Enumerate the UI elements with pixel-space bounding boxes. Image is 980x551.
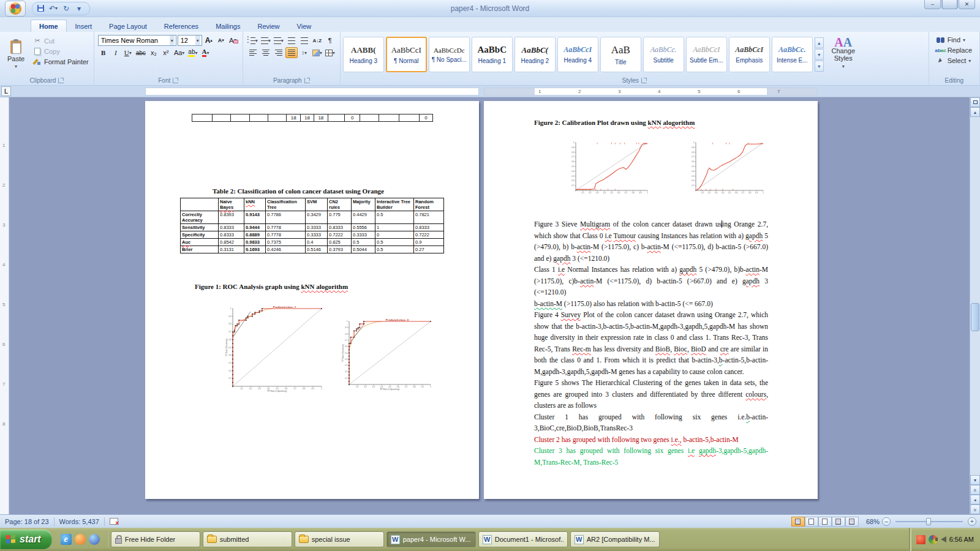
- strip-cell[interactable]: [231, 114, 249, 122]
- proofing-status-button[interactable]: [105, 518, 123, 525]
- taskbar-button-submitted[interactable]: submitted: [203, 531, 292, 547]
- media-player-icon[interactable]: [75, 534, 86, 545]
- next-page-button[interactable]: »: [970, 504, 980, 514]
- strip-cell[interactable]: 18: [314, 114, 328, 122]
- styles-scroll-up-button[interactable]: ▲: [815, 37, 824, 48]
- align-center-button[interactable]: [260, 47, 272, 58]
- body-text[interactable]: Figure 3 Sieve Multigram of the colon ca…: [534, 219, 768, 468]
- style-heading-4[interactable]: AaBbCcIHeading 4: [557, 37, 598, 72]
- table2-caption[interactable]: Table 2: Classification of colon cancer …: [213, 187, 384, 195]
- style-subtitle[interactable]: AaBbCc.Subtitle: [643, 37, 684, 72]
- strip-cell[interactable]: [328, 114, 345, 122]
- web-layout-view-button[interactable]: [818, 517, 832, 527]
- line-spacing-button[interactable]: ↕▾: [298, 47, 311, 58]
- strip-cell[interactable]: [379, 114, 399, 122]
- strip-cell[interactable]: 18: [287, 114, 300, 122]
- draft-view-button[interactable]: [845, 517, 859, 527]
- outline-view-button[interactable]: [832, 517, 845, 527]
- show-paragraph-marks-button[interactable]: ¶: [324, 35, 336, 46]
- save-button[interactable]: [35, 4, 46, 13]
- select-browse-object-button[interactable]: ●: [970, 495, 980, 504]
- style-normal[interactable]: AaBbCcI¶ Normal: [386, 37, 427, 72]
- tab-stop-selector[interactable]: L: [1, 86, 11, 96]
- sort-button[interactable]: A↓Z: [311, 35, 323, 46]
- style-title[interactable]: AaBTitle: [600, 37, 641, 72]
- tab-references[interactable]: References: [156, 20, 207, 32]
- style-subtle-em[interactable]: AaBbCcISubtle Em...: [686, 37, 727, 72]
- change-styles-button[interactable]: AA Change Styles ▾: [826, 39, 861, 70]
- tab-insert[interactable]: Insert: [67, 20, 101, 32]
- shrink-font-button[interactable]: A▾: [216, 35, 227, 46]
- paste-button[interactable]: Paste ▾: [2, 34, 29, 75]
- style-heading-2[interactable]: AaBbC(Heading 2: [514, 37, 556, 72]
- volume-icon[interactable]: [941, 536, 946, 542]
- font-dialog-launcher[interactable]: [173, 78, 178, 83]
- internet-explorer-icon[interactable]: e: [61, 534, 72, 545]
- document-page-right[interactable]: Figure 2: Calibration Plot drawn using k…: [484, 101, 818, 499]
- scroll-up-button[interactable]: ▲: [970, 107, 980, 117]
- strip-cell[interactable]: 0: [420, 114, 433, 122]
- zoom-slider-track[interactable]: [895, 521, 963, 522]
- find-button[interactable]: Find▾: [934, 35, 974, 45]
- change-case-button[interactable]: Aa▾: [173, 47, 186, 58]
- zoom-level[interactable]: 68%: [866, 518, 880, 525]
- font-name-dropdown-icon[interactable]: ▾: [170, 36, 175, 45]
- scrollbar-thumb[interactable]: [971, 303, 979, 331]
- taskbar-button-ar2-compatibility-m[interactable]: WAR2 [Compatibility M...: [570, 531, 660, 547]
- print-layout-view-button[interactable]: [791, 517, 805, 527]
- strip-cell[interactable]: [250, 114, 268, 122]
- full-screen-reading-view-button[interactable]: [805, 517, 818, 527]
- align-left-button[interactable]: [247, 47, 259, 58]
- undo-dropdown-arrow-icon[interactable]: ▾: [55, 6, 58, 11]
- style-heading-1[interactable]: AaBbCHeading 1: [472, 37, 513, 72]
- tab-view[interactable]: View: [288, 20, 320, 32]
- figure2-caption[interactable]: Figure 2: Calibration Plot drawn using k…: [534, 119, 695, 126]
- multilevel-list-button[interactable]: ▾: [273, 35, 285, 46]
- styles-dialog-launcher[interactable]: [641, 78, 647, 83]
- tab-review[interactable]: Review: [249, 20, 288, 32]
- strip-cell[interactable]: [360, 114, 379, 122]
- count-strip-table[interactable]: 18181800: [192, 114, 433, 122]
- taskbar-button-document1-microsof[interactable]: WDocument1 - Microsof...: [478, 531, 568, 547]
- tab-mailings[interactable]: Mailings: [207, 20, 249, 32]
- tab-home[interactable]: Home: [31, 20, 67, 32]
- qat-customize-button[interactable]: ▾: [74, 4, 85, 13]
- strip-cell[interactable]: [399, 114, 420, 122]
- style-no-spaci[interactable]: AaBbCcDc¶ No Spaci...: [429, 37, 470, 72]
- font-name-combo[interactable]: Times New Roman▾: [98, 35, 176, 46]
- browser-icon[interactable]: [89, 534, 100, 545]
- document-canvas[interactable]: 18181800 Table 2: Classification of colo…: [9, 97, 970, 514]
- bold-button[interactable]: B: [98, 47, 109, 58]
- select-button[interactable]: Select▾: [934, 56, 974, 66]
- strip-cell[interactable]: [268, 114, 287, 122]
- minimize-button[interactable]: –: [924, 0, 941, 9]
- vertical-ruler[interactable]: 12345678: [0, 97, 9, 514]
- decrease-indent-button[interactable]: [285, 35, 298, 46]
- start-button[interactable]: start: [0, 530, 52, 549]
- strip-cell[interactable]: [213, 114, 231, 122]
- page-indicator[interactable]: Page: 18 of 23: [0, 518, 54, 525]
- style-emphasis[interactable]: AaBbCcIEmphasis: [729, 37, 770, 72]
- redo-button[interactable]: ↻: [61, 4, 72, 13]
- classification-results-table[interactable]: Naive BayeskNNClassification TreeSVMCN2 …: [180, 198, 444, 253]
- styles-more-button[interactable]: ▼: [815, 61, 824, 72]
- maximize-button[interactable]: [941, 0, 958, 9]
- superscript-button[interactable]: x²: [160, 47, 172, 58]
- tab-page-layout[interactable]: Page Layout: [100, 20, 156, 32]
- taskbar-button-special-issue[interactable]: special issue: [295, 531, 384, 547]
- previous-page-button[interactable]: «: [970, 485, 980, 495]
- copy-button[interactable]: Copy: [31, 47, 91, 56]
- ruler-toggle-button[interactable]: [970, 97, 980, 107]
- increase-indent-button[interactable]: [298, 35, 311, 46]
- zoom-out-button[interactable]: –: [882, 517, 891, 526]
- style-intense-e[interactable]: AaBbCc.Intense E...: [772, 37, 813, 72]
- taskbar-button-paper4-microsoft-w[interactable]: Wpaper4 - Microsoft W...: [386, 531, 476, 547]
- strip-cell[interactable]: 0: [345, 114, 360, 122]
- clipboard-dialog-launcher[interactable]: [58, 78, 64, 83]
- strikethrough-button[interactable]: abc: [135, 47, 147, 58]
- font-size-dropdown-icon[interactable]: ▾: [195, 36, 200, 45]
- paste-dropdown-arrow-icon[interactable]: ▾: [15, 64, 17, 69]
- undo-button[interactable]: ↶▾: [48, 4, 59, 13]
- replace-button[interactable]: abacReplace: [934, 45, 974, 55]
- justify-button[interactable]: [285, 47, 298, 58]
